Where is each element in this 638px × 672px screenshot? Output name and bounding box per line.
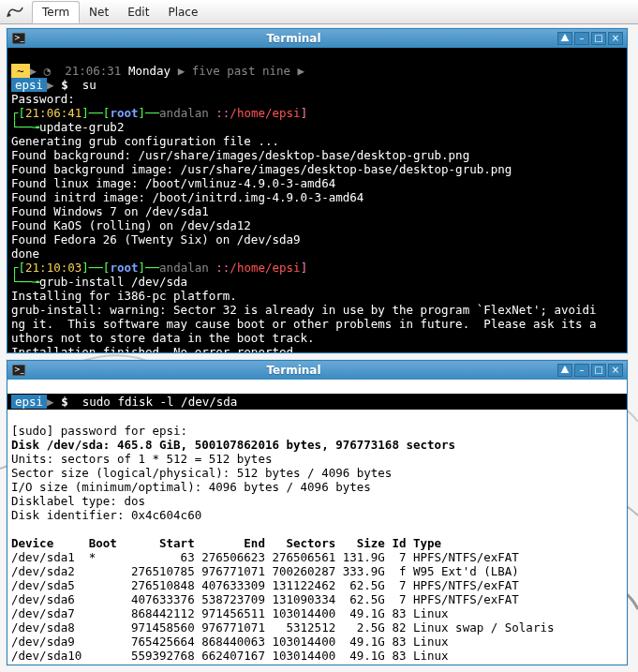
out-line: Found linux image: /boot/vmlinuz-4.9.0-3… [11, 176, 335, 190]
prompt-tilde: ~ [11, 64, 30, 78]
prompt-symbol2: $ [61, 395, 68, 409]
fdisk-header: Device Boot Start End Sectors Size Id Ty… [11, 536, 441, 550]
password-label: Password: [11, 92, 75, 106]
prompt-phrase: five past nine [192, 64, 290, 78]
prompt-path2: /home/epsi [230, 261, 300, 275]
prompt-user: epsi [11, 78, 47, 92]
out-line: done [11, 246, 39, 261]
prompt-root2: root [110, 261, 138, 275]
cmd-grub-install: grub-install /dev/sda [39, 275, 187, 289]
stick-button[interactable]: ⯅ [557, 364, 572, 377]
prompt-path: /home/epsi [230, 106, 300, 120]
prompt-day: Monday [128, 64, 171, 78]
minimize-button[interactable]: – [574, 32, 589, 45]
minimize-button[interactable]: – [574, 364, 589, 377]
titlebar-top[interactable]: >_ Terminal ⯅ – □ × [7, 29, 627, 48]
out-line: Found KaOS (rolling) on /dev/sda12 [11, 218, 251, 232]
menu-edit[interactable]: Edit [118, 2, 158, 22]
terminal-body-top[interactable]: ~▶ ◔ 21:06:31 Monday ▶ five past nine ▶ … [7, 48, 627, 352]
close-button[interactable]: × [608, 364, 623, 377]
menubar: Term Net Edit Place [0, 0, 638, 24]
out-line: Found Windows 7 on /dev/sda1 [11, 204, 209, 218]
svg-text:>_: >_ [14, 34, 25, 42]
stick-button[interactable]: ⯅ [557, 32, 572, 45]
out2-line: Installation finished. No error reported… [11, 345, 301, 352]
terminal-body-bottom[interactable]: epsi▶ $ sudo fdisk -l /dev/sda [sudo] pa… [7, 380, 627, 665]
terminal-icon: >_ [11, 363, 26, 378]
units-line: Units: sectors of 1 * 512 = 512 bytes [11, 452, 272, 466]
menu-net[interactable]: Net [80, 2, 118, 22]
maximize-button[interactable]: □ [591, 364, 606, 377]
menu-term[interactable]: Term [32, 1, 80, 23]
prompt-roottime2: 21:10:03 [25, 261, 82, 275]
svg-point-0 [8, 13, 11, 16]
sector-size-line: Sector size (logical/physical): 512 byte… [11, 466, 392, 480]
menu-place[interactable]: Place [158, 2, 207, 22]
prompt-roottime1: 21:06:41 [25, 106, 82, 120]
maximize-button[interactable]: □ [591, 32, 606, 45]
terminal-icon: >_ [11, 31, 26, 46]
prompt-root: root [110, 106, 138, 120]
clock-icon: ◔ [44, 64, 52, 78]
prompt-time: 21:06:31 [65, 64, 121, 78]
out-line: Generating grub configuration file ... [11, 134, 279, 148]
window-title: Terminal [30, 32, 557, 45]
out-line: Found initrd image: /boot/initrd.img-4.9… [11, 190, 364, 204]
prompt-host2: andalan [159, 261, 209, 275]
diskid-line: Disk identifier: 0x4c604c60 [11, 508, 201, 522]
terminal-window-bottom: >_ Terminal ⯅ – □ × epsi▶ $ sudo fdisk -… [7, 360, 628, 665]
disklabel-line: Disklabel type: dos [11, 494, 145, 508]
titlebar-bottom[interactable]: >_ Terminal ⯅ – □ × [7, 361, 627, 380]
fdisk-rows: /dev/sda1 * 63 276506623 276506561 131.9… [11, 550, 554, 665]
out2-line: grub-install: warning: Sector 32 is alre… [11, 303, 597, 317]
prompt-host: andalan [159, 106, 209, 120]
cmd-update-grub: update-grub2 [39, 120, 124, 134]
prompt-symbol: $ [61, 78, 68, 92]
sudo-prompt: [sudo] password for epsi: [11, 424, 187, 438]
out2-line: Installing for i386-pc platform. [11, 289, 237, 303]
out2-line: ng it. This software may cause boot or o… [11, 317, 597, 331]
prompt-user2: epsi [11, 395, 47, 409]
window-controls: ⯅ – □ × [557, 364, 623, 377]
out-line: Found Fedora 26 (Twenty Six) on /dev/sda… [11, 232, 301, 246]
terminal-window-top: >_ Terminal ⯅ – □ × ~▶ ◔ 21:06:31 Monday… [7, 28, 628, 353]
disk-line: Disk /dev/sda: 465.8 GiB, 500107862016 b… [11, 438, 455, 452]
out2-line: uthors not to store data in the boot tra… [11, 331, 315, 345]
close-button[interactable]: × [608, 32, 623, 45]
io-size-line: I/O size (minimum/optimal): 4096 bytes /… [11, 480, 371, 494]
svg-text:>_: >_ [14, 366, 25, 374]
app-logo-icon [4, 4, 26, 21]
cmd-su: su [82, 78, 96, 92]
window-title: Terminal [30, 364, 557, 377]
window-controls: ⯅ – □ × [557, 32, 623, 45]
out-line: Found background image: /usr/share/image… [11, 162, 512, 176]
cmd-fdisk: sudo fdisk -l /dev/sda [82, 395, 238, 409]
out-line: Found background: /usr/share/images/desk… [11, 148, 469, 162]
